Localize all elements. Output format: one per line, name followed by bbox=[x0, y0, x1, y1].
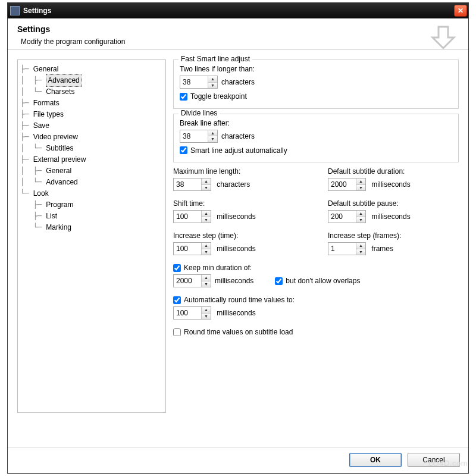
body: ├─ General│ ├─ Advanced│ └─ Charsets├─ F… bbox=[8, 49, 468, 447]
auto-round-checkbox[interactable]: Automatically round time values to: bbox=[173, 296, 295, 304]
no-overlap-checkbox[interactable]: but don't allow overlaps bbox=[275, 277, 360, 285]
inc-step-frames-input[interactable] bbox=[328, 243, 356, 255]
tree-connector-icon: ├─ bbox=[20, 154, 33, 165]
down-arrow-icon bbox=[429, 23, 458, 52]
tree-connector-icon: ├─ bbox=[20, 131, 33, 143]
inc-step-frames-spinner[interactable]: ▲▼ bbox=[328, 242, 366, 255]
auto-round-input[interactable] bbox=[173, 296, 181, 304]
auto-round-value-input[interactable] bbox=[174, 307, 201, 319]
spin-up-icon[interactable]: ▲ bbox=[208, 76, 217, 83]
tree-item[interactable]: └─ Marking bbox=[20, 222, 163, 233]
spin-down-icon[interactable]: ▼ bbox=[208, 83, 217, 89]
default-pause-spinner[interactable]: ▲▼ bbox=[328, 210, 366, 223]
two-lines-spinner[interactable]: ▲ ▼ bbox=[180, 76, 218, 89]
tree-item-label: Subtitles bbox=[46, 143, 73, 154]
shift-time-input[interactable] bbox=[174, 211, 201, 223]
no-overlap-label: but don't allow overlaps bbox=[286, 277, 360, 285]
default-duration-label: Default subtitle duration: bbox=[328, 167, 459, 176]
tree-item[interactable]: ├─ Save bbox=[20, 120, 163, 131]
max-line-length-spinner[interactable]: ▲▼ bbox=[173, 178, 211, 191]
spin-down-icon[interactable]: ▼ bbox=[202, 281, 211, 287]
spin-up-icon[interactable]: ▲ bbox=[202, 211, 211, 217]
tree-item-label: General bbox=[46, 165, 71, 177]
round-on-load-checkbox[interactable]: Round time values on subtitle load bbox=[173, 328, 293, 336]
header: Settings Modify the program configuratio… bbox=[8, 18, 468, 49]
tree-item[interactable]: └─ Look bbox=[20, 188, 163, 199]
cancel-button[interactable]: Cancel bbox=[408, 453, 460, 467]
spin-down-icon[interactable]: ▼ bbox=[202, 217, 211, 223]
spin-up-icon[interactable]: ▲ bbox=[202, 307, 211, 314]
keep-min-value-input[interactable] bbox=[174, 275, 201, 287]
spin-down-icon[interactable]: ▼ bbox=[356, 185, 365, 191]
page-title: Settings bbox=[17, 24, 459, 34]
inc-step-frames-unit: frames bbox=[371, 245, 393, 253]
spin-up-icon[interactable]: ▲ bbox=[356, 211, 365, 217]
tree-connector-icon: └─ bbox=[20, 188, 33, 199]
tree-item[interactable]: ├─ External preview bbox=[20, 154, 163, 165]
tree-item[interactable]: │ └─ Charsets bbox=[20, 86, 163, 98]
break-after-spinner[interactable]: ▲▼ bbox=[180, 130, 218, 143]
tree-item[interactable]: │ ├─ General bbox=[20, 165, 163, 177]
auto-round-spinner[interactable]: ▲▼ bbox=[173, 306, 211, 320]
spin-down-icon[interactable]: ▼ bbox=[202, 314, 211, 320]
two-lines-input[interactable] bbox=[180, 76, 208, 88]
tree-connector-icon: ├─ bbox=[20, 120, 33, 131]
tree-item-label: External preview bbox=[33, 154, 86, 165]
toggle-breakpoint-checkbox[interactable]: Toggle breakpoint bbox=[180, 92, 247, 101]
keep-min-checkbox[interactable]: Keep min duration of: bbox=[173, 264, 252, 272]
spin-down-icon[interactable]: ▼ bbox=[356, 249, 365, 255]
spin-up-icon[interactable]: ▲ bbox=[202, 178, 211, 185]
keep-min-label: Keep min duration of: bbox=[184, 264, 252, 272]
spin-up-icon[interactable]: ▲ bbox=[356, 243, 365, 249]
keep-min-unit: milliseconds bbox=[215, 277, 253, 285]
default-duration-spinner[interactable]: ▲▼ bbox=[328, 178, 366, 191]
tree-item-label: Save bbox=[33, 120, 49, 131]
tree-item[interactable]: ├─ Video preview bbox=[20, 131, 163, 143]
round-on-load-input[interactable] bbox=[173, 328, 181, 336]
spin-down-icon[interactable]: ▼ bbox=[202, 249, 211, 255]
spin-up-icon[interactable]: ▲ bbox=[208, 130, 217, 137]
app-icon bbox=[10, 6, 20, 15]
tree-item[interactable]: │ └─ Advanced bbox=[20, 177, 163, 188]
tree-item[interactable]: ├─ Program bbox=[20, 199, 163, 211]
max-line-length-input[interactable] bbox=[174, 178, 201, 190]
close-icon: ✕ bbox=[458, 7, 464, 15]
titlebar: Settings ✕ bbox=[8, 3, 468, 18]
tree-item[interactable]: ├─ List bbox=[20, 211, 163, 222]
spin-up-icon[interactable]: ▲ bbox=[202, 275, 211, 281]
tree-item[interactable]: │ ├─ Advanced bbox=[20, 75, 163, 86]
smart-auto-checkbox[interactable]: Smart line adjust automatically bbox=[180, 146, 287, 155]
tree-item-label: Advanced bbox=[46, 177, 77, 188]
shift-time-spinner[interactable]: ▲▼ bbox=[173, 210, 211, 223]
no-overlap-input[interactable] bbox=[275, 277, 283, 285]
tree-connector-icon: │ └─ bbox=[20, 143, 46, 154]
tree-item[interactable]: ├─ General bbox=[20, 64, 163, 75]
spin-down-icon[interactable]: ▼ bbox=[356, 217, 365, 223]
ok-button[interactable]: OK bbox=[349, 453, 402, 467]
default-duration-input[interactable] bbox=[328, 178, 356, 190]
inc-step-time-input[interactable] bbox=[174, 243, 201, 255]
keep-min-spinner[interactable]: ▲▼ bbox=[173, 274, 211, 287]
break-after-input[interactable] bbox=[180, 130, 208, 142]
tree-connector-icon: │ └─ bbox=[20, 177, 46, 188]
spin-up-icon[interactable]: ▲ bbox=[356, 178, 365, 185]
spin-up-icon[interactable]: ▲ bbox=[202, 243, 211, 249]
settings-tree[interactable]: ├─ General│ ├─ Advanced│ └─ Charsets├─ F… bbox=[17, 60, 166, 413]
smart-auto-input[interactable] bbox=[180, 146, 187, 154]
tree-item[interactable]: ├─ Formats bbox=[20, 98, 163, 109]
inc-step-frames-label: Increase step (frames): bbox=[328, 231, 459, 240]
default-pause-label: Default subtitle pause: bbox=[328, 199, 459, 208]
window-title: Settings bbox=[23, 7, 454, 15]
keep-min-input[interactable] bbox=[173, 264, 181, 272]
max-line-length-unit: characters bbox=[217, 180, 250, 189]
toggle-breakpoint-input[interactable] bbox=[180, 93, 187, 101]
spin-down-icon[interactable]: ▼ bbox=[208, 136, 217, 142]
inc-step-time-spinner[interactable]: ▲▼ bbox=[173, 242, 211, 255]
default-pause-input[interactable] bbox=[328, 211, 356, 223]
auto-round-unit: milliseconds bbox=[217, 309, 255, 317]
close-button[interactable]: ✕ bbox=[454, 5, 467, 17]
tree-item[interactable]: ├─ File types bbox=[20, 109, 163, 120]
spin-down-icon[interactable]: ▼ bbox=[202, 185, 211, 191]
tree-item[interactable]: │ └─ Subtitles bbox=[20, 143, 163, 154]
round-on-load-label: Round time values on subtitle load bbox=[184, 328, 293, 336]
